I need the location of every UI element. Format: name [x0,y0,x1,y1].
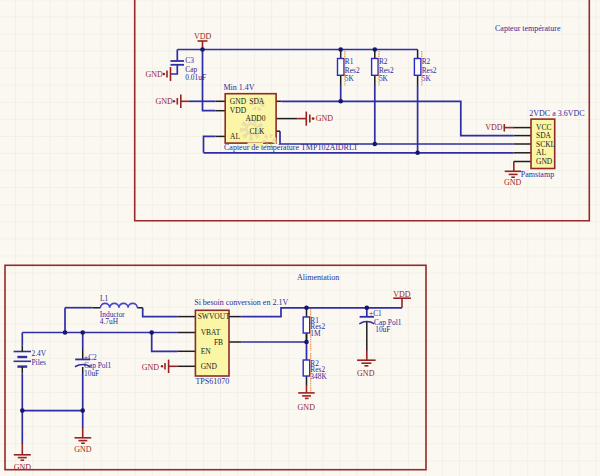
svg-text:5K: 5K [422,74,432,83]
svg-text:Piles: Piles [32,358,46,367]
svg-text:0.01uF: 0.01uF [185,73,206,82]
svg-text:10uF: 10uF [375,325,390,334]
svg-text:R2: R2 [379,57,388,66]
svg-text:Capteur de température TMP102A: Capteur de température TMP102AIDRLT [224,143,358,152]
svg-text:GND: GND [536,157,553,166]
svg-text:1M: 1M [310,329,321,338]
svg-text:GND: GND [142,363,160,372]
svg-text:VDD: VDD [393,290,411,299]
svg-text:Capteur température: Capteur température [495,24,561,33]
svg-text:R1: R1 [345,57,354,66]
svg-text:Pamstamp: Pamstamp [521,170,554,179]
svg-text:GND: GND [230,97,247,106]
svg-text:VDD: VDD [485,123,503,132]
svg-text:TPS61070: TPS61070 [195,377,229,386]
svg-text:SDA: SDA [249,97,265,106]
svg-text:R2: R2 [422,57,431,66]
svg-text:5K: 5K [379,74,389,83]
svg-text:VBAT: VBAT [201,328,221,337]
svg-text:+C1: +C1 [369,309,382,318]
svg-text:L1: L1 [100,294,109,303]
svg-text:VDD: VDD [194,32,212,41]
svg-text:GND: GND [155,97,173,106]
svg-text:SWVOUT: SWVOUT [198,312,230,321]
svg-text:GND: GND [316,114,334,123]
svg-text:348K: 348K [310,372,327,381]
svg-text:GND: GND [201,362,218,371]
svg-text:AL: AL [230,132,240,141]
svg-text:Si besoin conversion en 2.1V: Si besoin conversion en 2.1V [194,298,288,307]
svg-text:4.7uH: 4.7uH [100,317,119,326]
svg-text:GND: GND [14,463,32,472]
svg-text:SCKL: SCKL [536,140,556,149]
svg-text:5K: 5K [345,74,355,83]
svg-text:Min 1.4V: Min 1.4V [224,83,255,92]
svg-text:ADD0: ADD0 [246,114,266,123]
svg-text:GND: GND [298,403,316,412]
svg-text:VDD: VDD [230,106,247,115]
svg-text:GND: GND [504,178,522,187]
svg-text:GND: GND [74,445,92,454]
svg-text:10uF: 10uF [84,369,99,378]
svg-text:GND: GND [357,369,375,378]
svg-text:C3: C3 [185,56,194,65]
svg-text:CLK: CLK [250,127,266,136]
svg-text:Alimentation: Alimentation [297,273,339,282]
svg-text:FB: FB [214,338,223,347]
svg-text:AL: AL [536,148,546,157]
svg-text:EN: EN [201,347,212,356]
svg-text:2VDC a 3.6VDC: 2VDC a 3.6VDC [529,109,584,118]
svg-text:GND: GND [145,70,163,79]
svg-text:2.4V: 2.4V [32,349,47,358]
